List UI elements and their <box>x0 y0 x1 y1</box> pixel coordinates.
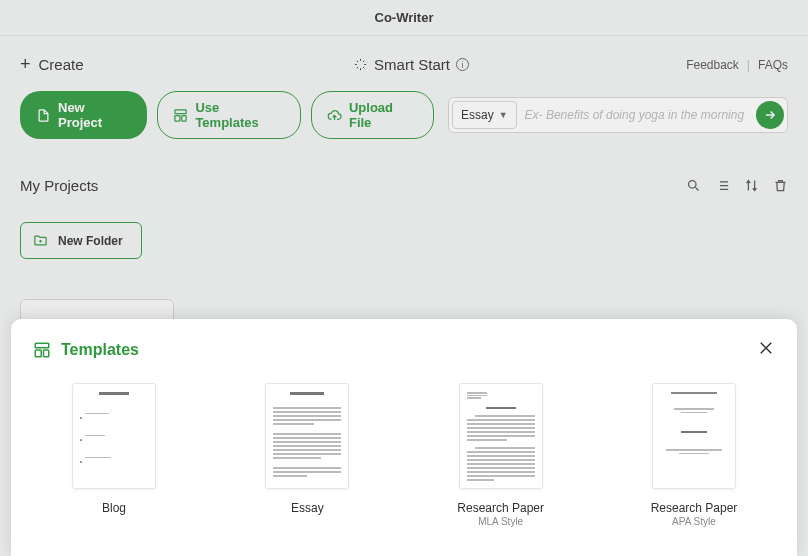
template-thumb <box>652 383 736 489</box>
chevron-down-icon: ▼ <box>499 110 508 120</box>
info-icon[interactable]: i <box>456 58 469 71</box>
templates-icon <box>33 341 51 359</box>
new-project-label: New Project <box>58 100 131 130</box>
svg-rect-4 <box>35 343 49 348</box>
search-button[interactable] <box>686 178 701 193</box>
create-label: Create <box>39 56 84 73</box>
app-title: Co-Writer <box>375 10 434 25</box>
smart-start-bar: Essay ▼ <box>448 97 788 133</box>
type-select-value: Essay <box>461 108 494 122</box>
svg-rect-0 <box>175 109 186 113</box>
template-name: Research Paper <box>457 501 544 515</box>
plus-icon: + <box>20 54 31 75</box>
modal-header: Templates <box>33 339 775 361</box>
svg-rect-6 <box>44 350 49 357</box>
action-row: New Project Use Templates Upload File Es… <box>20 91 788 139</box>
projects-title: My Projects <box>20 177 98 194</box>
template-name: Research Paper <box>651 501 738 515</box>
smart-start-type-select[interactable]: Essay ▼ <box>452 101 517 129</box>
svg-rect-5 <box>35 350 41 357</box>
template-name: Essay <box>291 501 324 515</box>
svg-rect-2 <box>182 115 186 121</box>
modal-title-wrap: Templates <box>33 341 139 359</box>
templates-icon <box>173 108 188 123</box>
use-templates-label: Use Templates <box>195 100 285 130</box>
template-card-research-apa[interactable]: Research Paper APA Style <box>619 383 769 527</box>
separator: | <box>747 58 750 72</box>
template-subtitle: MLA Style <box>478 516 523 527</box>
delete-button[interactable] <box>773 178 788 193</box>
new-folder-label: New Folder <box>58 234 123 248</box>
svg-rect-1 <box>175 115 180 121</box>
list-icon <box>715 178 730 193</box>
upload-file-button[interactable]: Upload File <box>311 91 434 139</box>
new-folder-button[interactable]: New Folder <box>20 222 142 259</box>
smart-start-go-button[interactable] <box>756 101 784 129</box>
new-project-button[interactable]: New Project <box>20 91 147 139</box>
smart-start-heading: Smart Start i <box>353 56 686 73</box>
smart-start-input[interactable] <box>521 108 752 122</box>
template-thumb <box>459 383 543 489</box>
close-button[interactable] <box>757 339 775 361</box>
sparkle-icon <box>353 57 368 72</box>
create-heading: + Create <box>20 54 353 75</box>
templates-grid: Blog Essay <box>33 383 775 527</box>
close-icon <box>757 339 775 357</box>
create-buttons: New Project Use Templates Upload File <box>20 91 434 139</box>
search-icon <box>686 178 701 193</box>
faqs-link[interactable]: FAQs <box>758 58 788 72</box>
modal-title: Templates <box>61 341 139 359</box>
cloud-upload-icon <box>327 108 342 123</box>
projects-toolbar <box>686 178 788 193</box>
template-card-research-mla[interactable]: Research Paper MLA Style <box>426 383 576 527</box>
sort-button[interactable] <box>744 178 759 193</box>
template-card-essay[interactable]: Essay <box>232 383 382 527</box>
templates-modal: Templates Blog <box>11 319 797 556</box>
projects-header: My Projects <box>20 177 788 194</box>
top-bar: Co-Writer <box>0 0 808 36</box>
header-links: Feedback | FAQs <box>686 58 788 72</box>
template-thumb <box>72 383 156 489</box>
template-card-blog[interactable]: Blog <box>39 383 189 527</box>
feedback-link[interactable]: Feedback <box>686 58 739 72</box>
header-row: + Create Smart Start i Feedback | FAQs <box>20 54 788 75</box>
use-templates-button[interactable]: Use Templates <box>157 91 301 139</box>
main-content: + Create Smart Start i Feedback | FAQs N… <box>0 36 808 329</box>
template-name: Blog <box>102 501 126 515</box>
template-subtitle: APA Style <box>672 516 716 527</box>
folder-plus-icon <box>33 233 48 248</box>
sort-icon <box>744 178 759 193</box>
template-thumb <box>265 383 349 489</box>
list-view-button[interactable] <box>715 178 730 193</box>
upload-file-label: Upload File <box>349 100 418 130</box>
smart-start-label: Smart Start <box>374 56 450 73</box>
smart-start-input-area: Essay ▼ <box>448 97 788 133</box>
trash-icon <box>773 178 788 193</box>
arrow-right-icon <box>763 108 777 122</box>
svg-point-3 <box>689 181 697 189</box>
file-icon <box>36 108 51 123</box>
